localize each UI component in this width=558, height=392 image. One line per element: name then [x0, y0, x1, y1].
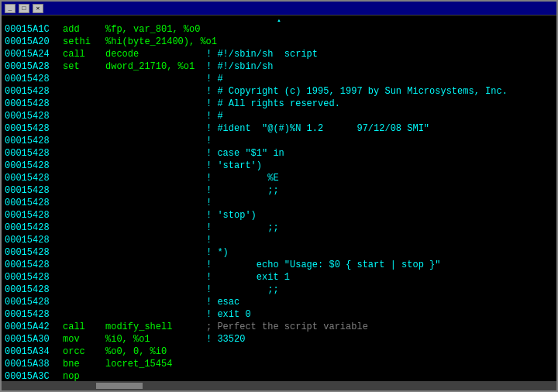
- table-row: 00015428 ! #: [5, 73, 553, 85]
- table-row: 00015428 ! esac: [5, 296, 553, 308]
- titlebar: _ □ ✕: [2, 2, 556, 15]
- table-row: 00015428 ! ;;: [5, 222, 553, 234]
- table-row: 00015428 ! echo "Usage: $0 { start | sto…: [5, 259, 553, 271]
- table-row: 00015428 ! 'stop'): [5, 209, 553, 222]
- table-row: 00015A42 call modify_shell ; Perfect the…: [5, 321, 553, 333]
- table-row: 00015A38 bne locret_15454: [5, 358, 553, 370]
- horizontal-scrollbar[interactable]: [2, 381, 556, 390]
- table-row: 00015A3C nop: [5, 370, 553, 381]
- table-row: 00015428 !: [5, 197, 553, 209]
- table-row: 00015428 ! # Copyright (c) 1995, 1997 by…: [5, 85, 553, 98]
- scrollbar-thumb[interactable]: [96, 383, 143, 389]
- table-row: 00015428 ! *): [5, 246, 553, 259]
- table-row: 00015A30 mov %i0, %o1 ! 33520: [5, 333, 553, 346]
- titlebar-btn-3[interactable]: ✕: [33, 4, 43, 13]
- table-row: 00015428 ! exit 1: [5, 271, 553, 284]
- table-row: 00015428 ! 'start'): [5, 160, 553, 172]
- table-row: 00015A20 sethi %hi(byte_21400), %o1: [5, 36, 553, 48]
- titlebar-btn-1[interactable]: _: [5, 4, 16, 13]
- table-row: 00015A28 set dword_21710, %o1 ! #!/sbin/…: [5, 60, 553, 73]
- table-row: 00015428 ! %E: [5, 172, 553, 184]
- table-row: 00015A24 call decode ! #!/sbin/sh script: [5, 48, 553, 60]
- table-row: 00015428 !: [5, 234, 553, 246]
- titlebar-btn-2[interactable]: □: [19, 4, 29, 13]
- table-row: 00015428 ! ;;: [5, 284, 553, 296]
- table-row: 00015A34 orcc %o0, 0, %i0: [5, 346, 553, 358]
- table-row: 00015428 !: [5, 135, 553, 147]
- table-row: 00015428 ! #: [5, 110, 553, 122]
- table-row: 00015A1C add %fp, var_801, %o0: [5, 23, 553, 36]
- disassembly-view: 00015A1C add %fp, var_801, %o0 00015A20 …: [2, 22, 556, 381]
- main-window: _ □ ✕ ▲ 00015A1C add %fp, var_801, %o0 0…: [0, 0, 558, 392]
- table-row: 00015428 ! ;;: [5, 184, 553, 197]
- table-row: 00015428 ! # All rights reserved.: [5, 98, 553, 110]
- table-row: 00015428 ! case "$1" in: [5, 147, 553, 160]
- table-row: 00015428 ! #ident "@(#)%N 1.2 97/12/08 S…: [5, 122, 553, 135]
- table-row: 00015428 ! exit 0: [5, 308, 553, 321]
